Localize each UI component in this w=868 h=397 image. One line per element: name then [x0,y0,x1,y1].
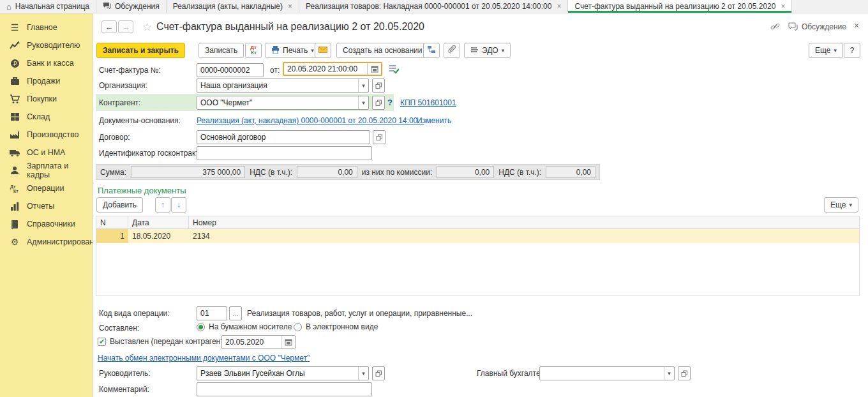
contract-open-button[interactable] [373,130,385,144]
manager-label: Руководитель: [99,369,151,378]
contract-field[interactable] [197,130,370,144]
close-icon[interactable]: × [288,2,292,11]
help-button[interactable]: ? [844,43,860,58]
sidebar-item-directories[interactable]: Справочники [0,215,92,233]
link-icon[interactable] [770,22,780,33]
organization-open-button[interactable] [372,79,385,93]
tab-realization-doc[interactable]: Реализация товаров: Накладная 0000-00000… [299,0,568,13]
discussion-icon[interactable] [788,22,798,33]
change-link[interactable]: Изменить [417,116,451,125]
tab-label: Счет-фактура выданный на реализацию 2 от… [574,2,775,11]
column-header-number[interactable]: Номер [189,216,859,228]
tab-bar: ⌂ Начальная страница Обсуждения Реализац… [0,0,868,13]
favorite-star-icon[interactable]: ☆ [142,20,152,34]
more-button[interactable]: Еще▾ [809,43,843,58]
print-button[interactable]: Печать▾ [265,43,320,58]
add-row-button[interactable]: Добавить [96,197,143,213]
chevron-down-icon[interactable]: ▾ [358,79,368,92]
radio-icon [294,323,302,331]
sidebar-item-fixed-assets[interactable]: ОС и НМА [0,144,92,161]
svg-text:Кт: Кт [13,189,19,193]
sidebar-item-production[interactable]: Производство [0,126,92,144]
back-button[interactable]: ← [101,20,117,33]
edo-button[interactable]: ЭДО▾ [464,43,511,58]
composed-label: Составлен: [99,324,139,333]
sum-label: Сумма: [100,168,126,177]
chevron-down-icon[interactable]: ▾ [664,367,674,380]
radio-electronic[interactable]: В электронном виде [294,322,378,331]
tab-home[interactable]: ⌂ Начальная страница [0,0,96,13]
sidebar: ☰ Главное Руководителю ₽ Банк и касса Пр… [0,13,93,397]
save-close-button[interactable]: Записать и закрыть [96,43,185,58]
sidebar-item-main[interactable]: ☰ Главное [0,19,92,36]
sidebar-item-payroll-hr[interactable]: Зарплата и кадры [0,161,92,179]
contract-label: Договор: [99,133,130,142]
column-header-n[interactable]: N [96,216,128,228]
sidebar-item-administration[interactable]: ⚙ Администрирование [0,233,92,251]
sidebar-item-purchases[interactable]: Покупки [0,90,92,108]
sidebar-item-manager[interactable]: Руководителю [0,36,92,54]
column-header-date[interactable]: Дата [128,216,189,228]
kpp-link[interactable]: КПП 501601001 [400,98,456,107]
related-documents-button[interactable] [423,43,440,58]
comment-field[interactable] [197,382,372,396]
tab-invoice[interactable]: Счет-фактура выданный на реализацию 2 от… [568,0,792,13]
table-header: N Дата Номер [96,216,859,229]
person-icon [9,165,20,176]
invoice-number-field[interactable] [197,63,264,77]
close-icon[interactable]: × [557,2,561,11]
close-form-icon[interactable]: × [854,20,859,31]
calendar-icon[interactable] [281,336,295,348]
paperclip-icon [448,45,456,56]
svg-text:₽: ₽ [13,61,17,67]
chief-accountant-open-button[interactable] [678,366,691,380]
create-based-on-button[interactable]: Создать на основании▾ [336,43,435,58]
radio-paper[interactable]: На бумажном носителе [197,322,292,331]
calendar-icon[interactable] [367,63,381,75]
send-email-button[interactable] [315,43,331,58]
sidebar-item-warehouse[interactable]: Склад [0,108,92,126]
close-icon[interactable]: × [781,2,785,11]
start-edo-link[interactable]: Начать обмен электронными документами с … [98,354,310,363]
boxes-icon [9,112,20,122]
counterparty-field[interactable]: ▾ [197,96,369,110]
table-more-button[interactable]: Еще▾ [824,197,858,213]
organization-field[interactable]: ▾ [197,79,369,93]
manager-open-button[interactable] [372,366,385,380]
table-row[interactable]: 1 18.05.2020 2134 [96,229,859,243]
chevron-down-icon[interactable]: ▾ [358,367,368,380]
posted-indicator-icon [389,64,399,76]
chevron-down-icon[interactable]: ▾ [358,96,368,109]
sidebar-item-operations[interactable]: ДтКт Операции [0,179,92,197]
dtkt-icon: ДтКт [250,45,257,56]
sidebar-item-sales[interactable]: Продажи [0,72,92,90]
factory-icon [9,130,20,140]
issued-date-field[interactable] [221,335,296,349]
sidebar-item-reports[interactable]: Отчеты [0,197,92,215]
tab-label: Реализация (акты, накладные) [173,2,283,11]
forward-button[interactable]: → [118,20,133,33]
sidebar-item-bank-cash[interactable]: ₽ Банк и касса [0,54,92,72]
gear-icon: ⚙ [9,237,20,247]
base-document-link[interactable]: Реализация (акт, накладная) 0000-000001 … [197,116,424,125]
envelope-icon [318,46,327,55]
home-icon: ⌂ [6,3,11,11]
issued-checkbox[interactable]: ✔ Выставлен (передан контрагенту): [98,337,232,346]
discussion-label[interactable]: Обсуждение [802,22,846,31]
tab-realization-list[interactable]: Реализация (акты, накладные) × [167,0,299,13]
move-up-button[interactable]: ↑ [155,197,170,213]
counterparty-open-button[interactable] [372,96,385,110]
postings-dtkt-button[interactable]: ДтКт [245,43,262,58]
attachments-button[interactable] [444,43,460,58]
gov-contract-field[interactable] [197,146,372,160]
op-code-field[interactable] [197,306,227,320]
tab-label: Реализация товаров: Накладная 0000-00000… [306,2,551,11]
save-button[interactable]: Записать [198,43,244,58]
move-down-button[interactable]: ↓ [171,197,186,213]
chief-accountant-field[interactable]: ▾ [539,366,675,380]
manager-field[interactable]: ▾ [197,366,369,380]
op-code-select-button[interactable]: ... [229,306,242,320]
tab-discussions[interactable]: Обсуждения [96,0,167,13]
counterparty-check-icon[interactable]: ? [387,98,393,107]
invoice-date-field[interactable] [283,62,382,76]
